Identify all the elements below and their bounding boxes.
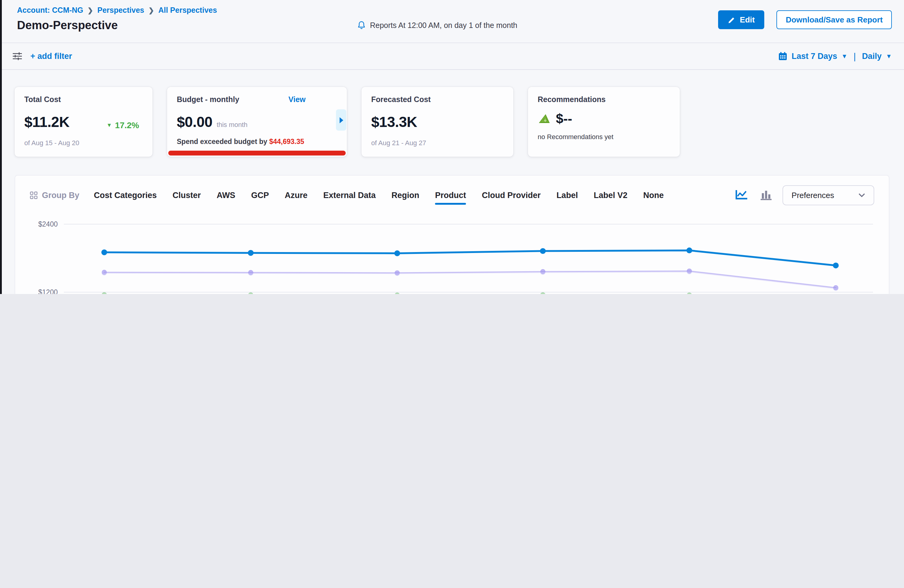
granularity-value: Daily bbox=[862, 52, 882, 61]
chart-point-kubernetes-cluster[interactable] bbox=[394, 250, 400, 256]
tab-label[interactable]: Label bbox=[556, 186, 578, 204]
budget-exceeded-amount: $44,693.35 bbox=[269, 138, 304, 145]
chart-point-amazon-elastic-container-service-for-kubernetes[interactable] bbox=[395, 292, 400, 294]
tab-cloud-provider[interactable]: Cloud Provider bbox=[482, 186, 541, 204]
budget-value: $0.00 bbox=[177, 114, 212, 131]
download-save-report-button[interactable]: Download/Save as Report bbox=[777, 10, 892, 29]
money-icon bbox=[538, 113, 551, 125]
chart-point-kubernetes-cluster[interactable] bbox=[833, 262, 839, 268]
window-left-edge bbox=[0, 0, 2, 294]
budget-card: Budget - monthly View $0.00 this month S… bbox=[167, 87, 347, 157]
tab-label-v2[interactable]: Label V2 bbox=[594, 186, 627, 204]
chart-point-others[interactable] bbox=[102, 270, 107, 276]
divider: | bbox=[853, 51, 856, 62]
chevron-down-icon bbox=[858, 193, 865, 197]
tab-aws[interactable]: AWS bbox=[217, 186, 235, 204]
chart-canvas[interactable]: $0$1200$2400Aug 15Aug 16Aug 17Aug 18Aug … bbox=[30, 216, 876, 294]
bar-chart-toggle[interactable] bbox=[758, 188, 774, 202]
card-title: Recommendations bbox=[538, 95, 670, 104]
budget-exceeded-note: Spend exceeded budget by $44,693.35 bbox=[177, 138, 337, 145]
chart-point-amazon-elastic-container-service-for-kubernetes[interactable] bbox=[248, 292, 253, 294]
card-title: Forecasted Cost bbox=[371, 95, 504, 104]
chart-point-kubernetes-cluster[interactable] bbox=[248, 250, 254, 256]
chart-card: Group By Cost CategoriesClusterAWSGCPAzu… bbox=[14, 175, 890, 294]
breadcrumb-link-account-ccm-ng[interactable]: Account: CCM-NG bbox=[17, 6, 83, 14]
ccm-perspective-page: Account: CCM-NG❯Perspectives❯All Perspec… bbox=[0, 0, 904, 294]
chart-point-kubernetes-cluster[interactable] bbox=[101, 249, 107, 255]
chart-controls: Preferences bbox=[734, 185, 874, 205]
grid-icon bbox=[30, 191, 38, 199]
tab-cluster[interactable]: Cluster bbox=[172, 186, 201, 204]
header-actions: Edit Download/Save as Report bbox=[718, 10, 892, 29]
y-axis-tick-label: $2400 bbox=[38, 220, 58, 228]
chart-point-others[interactable] bbox=[541, 270, 545, 275]
tab-cost-categories[interactable]: Cost Categories bbox=[94, 186, 157, 204]
bell-icon bbox=[357, 21, 366, 30]
granularity-dropdown[interactable]: Daily ▼ bbox=[862, 52, 892, 61]
chart-point-amazon-elastic-container-service-for-kubernetes[interactable] bbox=[541, 292, 545, 294]
budget-value-suffix: this month bbox=[217, 121, 248, 128]
card-title: Budget - monthly bbox=[177, 95, 239, 104]
tab-gcp[interactable]: GCP bbox=[251, 186, 269, 204]
tab-external-data[interactable]: External Data bbox=[323, 186, 376, 204]
chart-point-others[interactable] bbox=[395, 271, 400, 276]
budget-view-link[interactable]: View bbox=[288, 95, 306, 104]
sliders-icon bbox=[12, 52, 22, 61]
budget-progress-bar bbox=[168, 151, 346, 155]
y-axis-tick-label: $1200 bbox=[38, 288, 58, 294]
chart-line-others[interactable] bbox=[104, 272, 836, 289]
tab-region[interactable]: Region bbox=[392, 186, 419, 204]
chevron-down-icon: ▼ bbox=[886, 53, 892, 60]
reports-schedule-note: Reports At 12:00 AM, on day 1 of the mon… bbox=[357, 21, 517, 30]
bar-chart-icon bbox=[760, 189, 772, 201]
time-range-dropdown[interactable]: Last 7 Days ▼ bbox=[778, 52, 847, 61]
chart-point-others[interactable] bbox=[833, 286, 838, 291]
edit-button[interactable]: Edit bbox=[718, 10, 765, 29]
forecasted-value: $13.3K bbox=[371, 114, 417, 131]
total-cost-value: $11.2K bbox=[24, 114, 70, 131]
cost-line-chart: $0$1200$2400Aug 15Aug 16Aug 17Aug 18Aug … bbox=[30, 216, 874, 294]
line-chart-icon bbox=[735, 189, 749, 201]
breadcrumb-separator: ❯ bbox=[87, 6, 93, 14]
budget-expand-button[interactable] bbox=[336, 109, 346, 131]
reports-note-text: Reports At 12:00 AM, on day 1 of the mon… bbox=[370, 21, 517, 30]
preferences-dropdown[interactable]: Preferences bbox=[782, 185, 874, 205]
group-by-tabs: Cost CategoriesClusterAWSGCPAzureExterna… bbox=[94, 186, 664, 204]
tab-product[interactable]: Product bbox=[435, 186, 466, 204]
card-title: Total Cost bbox=[24, 95, 143, 104]
breadcrumb-link-perspectives[interactable]: Perspectives bbox=[97, 6, 144, 14]
total-cost-trend: ▼ 17.2% bbox=[107, 120, 139, 130]
total-cost-period: of Aug 15 - Aug 20 bbox=[24, 139, 143, 146]
time-range-value: Last 7 Days bbox=[792, 52, 837, 61]
pencil-icon bbox=[728, 16, 736, 24]
line-chart-toggle[interactable] bbox=[734, 188, 750, 202]
breadcrumb-link-all-perspectives[interactable]: All Perspectives bbox=[158, 6, 217, 14]
time-controls: Last 7 Days ▼ | Daily ▼ bbox=[778, 51, 892, 62]
triangle-down-icon: ▼ bbox=[107, 122, 112, 128]
group-by-row: Group By Cost CategoriesClusterAWSGCPAzu… bbox=[30, 184, 874, 206]
recommendations-card: Recommendations $-- no Recommendations y… bbox=[528, 87, 680, 157]
forecasted-cost-card: Forecasted Cost $13.3K of Aug 21 - Aug 2… bbox=[362, 87, 514, 157]
breadcrumb-separator: ❯ bbox=[149, 6, 154, 14]
chart-point-amazon-elastic-container-service-for-kubernetes[interactable] bbox=[687, 292, 692, 294]
tab-none[interactable]: None bbox=[643, 186, 664, 204]
group-by-label: Group By bbox=[30, 190, 79, 199]
tab-azure[interactable]: Azure bbox=[284, 186, 307, 204]
add-filter-button[interactable]: + add filter bbox=[30, 52, 72, 61]
page-header: Account: CCM-NG❯Perspectives❯All Perspec… bbox=[0, 0, 904, 43]
recommendations-note: no Recommendations yet bbox=[538, 133, 670, 140]
recommendations-value: $-- bbox=[556, 111, 572, 127]
chart-line-kubernetes-cluster[interactable] bbox=[104, 250, 836, 266]
filter-bar: + add filter Last 7 Days ▼ | Daily ▼ bbox=[0, 43, 904, 70]
chart-point-others[interactable] bbox=[687, 269, 692, 275]
chart-point-kubernetes-cluster[interactable] bbox=[686, 248, 692, 253]
triangle-right-icon bbox=[339, 117, 343, 123]
chart-point-kubernetes-cluster[interactable] bbox=[540, 248, 545, 254]
calendar-icon bbox=[778, 52, 787, 61]
summary-cards: Total Cost $11.2K ▼ 17.2% of Aug 15 - Au… bbox=[0, 70, 904, 157]
chevron-down-icon: ▼ bbox=[841, 53, 847, 60]
chart-point-others[interactable] bbox=[248, 270, 253, 276]
filter-settings-button[interactable] bbox=[8, 48, 25, 65]
total-cost-card: Total Cost $11.2K ▼ 17.2% of Aug 15 - Au… bbox=[14, 87, 152, 157]
forecasted-period: of Aug 21 - Aug 27 bbox=[371, 139, 504, 146]
